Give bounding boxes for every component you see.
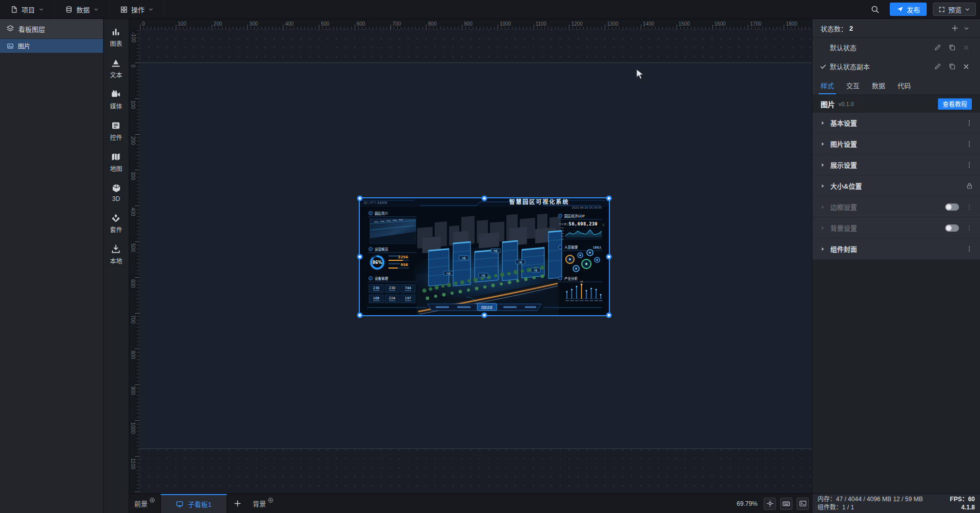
component-count-info: 组件数：1 / 1 (818, 504, 854, 511)
terminal-icon (799, 500, 807, 507)
section-menu-button[interactable] (965, 222, 974, 234)
h-ruler-label: 900 (464, 21, 473, 27)
background-tab-label: 背景 (253, 499, 266, 508)
v-ruler-label: 200 (130, 136, 136, 145)
state-row-copy[interactable]: 默认状态副本 (812, 57, 980, 76)
download-local-icon (111, 244, 121, 254)
tool-media[interactable]: 媒体 (110, 89, 122, 110)
lock-icon (966, 182, 973, 190)
section-menu-button[interactable] (965, 159, 974, 171)
component-toolbar: 图表 文本 媒体 控件 地图 3D 套件 本地 (104, 19, 129, 513)
console-button[interactable] (797, 498, 809, 510)
preview-label: 预览 (948, 5, 962, 14)
search-icon (870, 5, 880, 14)
tool-label: 控件 (110, 133, 122, 141)
canvas-viewport[interactable]: 0100200300400500600700800900100011001200… (129, 19, 812, 494)
menu-actions[interactable]: 操作 (110, 0, 165, 18)
tool-map[interactable]: 地图 (110, 152, 122, 173)
section-menu-button[interactable] (965, 201, 974, 213)
h-ruler: 0100200300400500600700800900100011001200… (129, 19, 812, 30)
section-basic-settings[interactable]: 基本设置 (812, 113, 980, 133)
fit-screen-icon (766, 500, 774, 507)
tool-3d[interactable]: 3D (111, 183, 121, 202)
layers-panel-header[interactable]: 看板图层 (0, 19, 103, 38)
menu-data-label: 数据 (76, 5, 90, 14)
dashboard-datetime: 2021-06-20 15:30:55 (572, 206, 602, 209)
preview-button[interactable]: 预览 (933, 3, 976, 16)
state-name: 默认状态 (830, 43, 856, 52)
collapse-states-button[interactable] (961, 23, 972, 34)
tab-interaction[interactable]: 交互 (846, 76, 860, 94)
section-component-cover[interactable]: 组件封面 (812, 239, 980, 259)
caret-right-icon (820, 120, 826, 126)
view-tutorial-button[interactable]: 查看教程 (938, 98, 972, 110)
background-toggle-off[interactable] (945, 224, 959, 232)
tab-code[interactable]: 代码 (897, 76, 911, 94)
selected-image-component[interactable]: 智慧园区可视化系统 周六 25°C 多云转晴 2021-06-20 15:30:… (359, 197, 610, 316)
section-display-settings[interactable]: 展示设置 (812, 155, 980, 175)
foreground-tab[interactable]: 前景 (129, 494, 160, 513)
video-camera-icon (111, 89, 121, 99)
tool-local[interactable]: 本地 (110, 244, 122, 265)
chevron-down-icon (963, 25, 970, 32)
menu-data[interactable]: 数据 (55, 0, 110, 18)
rename-state-button[interactable] (932, 42, 943, 53)
kebab-icon (966, 203, 973, 211)
svg-text:224: 224 (389, 296, 395, 300)
v-ruler-label: 800 (130, 351, 136, 359)
add-state-button[interactable] (949, 23, 961, 34)
performance-info: 内存：47 / 4044 / 4096 MB 12 / 59 MB FPS：60… (812, 494, 980, 513)
delete-state-button[interactable] (961, 61, 972, 72)
foreground-tab-label: 前景 (134, 499, 148, 508)
section-size-position[interactable]: 大小&位置 (812, 176, 980, 196)
subboard-tab[interactable]: 子看板1 (160, 494, 227, 513)
app-version: 4.1.8 (961, 504, 975, 511)
tool-kits[interactable]: 套件 (110, 213, 122, 234)
fit-to-screen-button[interactable] (764, 498, 776, 510)
section-menu-button[interactable] (965, 117, 974, 129)
tool-label: 图表 (110, 39, 122, 48)
svg-text:A座: A座 (462, 256, 466, 260)
layer-item-image[interactable]: 图片 (0, 39, 103, 53)
section-menu-button[interactable] (965, 138, 974, 150)
border-toggle-off[interactable] (945, 203, 959, 211)
lock-button[interactable] (965, 180, 974, 192)
add-background-button[interactable] (268, 497, 274, 503)
tool-label: 文本 (110, 70, 122, 79)
widget-panel-icon (111, 120, 121, 131)
caret-right-icon (820, 225, 826, 231)
background-tab[interactable]: 背景 (248, 494, 279, 513)
duplicate-state-button[interactable] (946, 61, 957, 72)
section-image-settings[interactable]: 图片设置 (812, 134, 980, 154)
caret-right-icon (820, 141, 826, 147)
state-name: 默认状态副本 (830, 61, 870, 71)
publish-button[interactable]: 发布 (890, 3, 927, 16)
duplicate-state-button[interactable] (946, 42, 957, 53)
section-menu-button[interactable] (965, 243, 974, 255)
tab-style[interactable]: 样式 (821, 76, 834, 94)
section-border-settings[interactable]: 边框设置 (812, 197, 980, 217)
layers-panel: 看板图层 图片 (0, 19, 104, 513)
add-board-button[interactable] (227, 494, 248, 513)
state-row-default[interactable]: 默认状态 (812, 38, 980, 57)
image-icon (7, 43, 14, 50)
tool-text[interactable]: 文本 (110, 58, 122, 79)
tool-label: 套件 (110, 225, 122, 234)
rename-state-button[interactable] (932, 61, 943, 72)
section-background-settings[interactable]: 背景设置 (812, 218, 980, 238)
h-ruler-label: 1000 (500, 21, 511, 27)
tab-data[interactable]: 数据 (872, 76, 885, 94)
menu-project[interactable]: 项目 (0, 0, 55, 18)
tool-charts[interactable]: 图表 (110, 27, 122, 48)
properties-panel-empty-area (812, 260, 980, 494)
v-ruler-label: 1000 (130, 422, 136, 434)
search-button[interactable] (867, 2, 883, 17)
shortcuts-button[interactable] (780, 498, 792, 510)
delete-state-button[interactable] (961, 42, 972, 53)
close-icon (963, 44, 970, 51)
tool-widgets[interactable]: 控件 (110, 120, 122, 141)
add-foreground-button[interactable] (149, 497, 155, 503)
circle-plus-icon (149, 497, 155, 503)
svg-text:产业分析: 产业分析 (564, 276, 578, 281)
fullscreen-icon (938, 6, 945, 13)
